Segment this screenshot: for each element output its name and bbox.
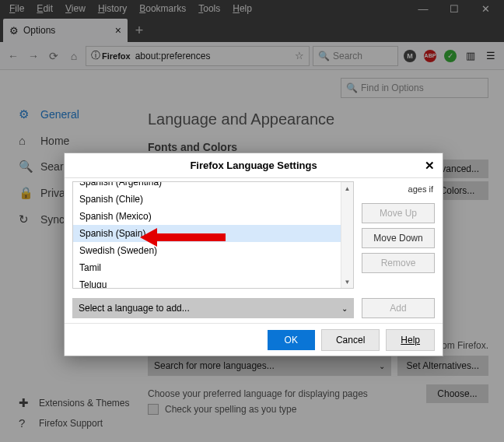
add-language-dropdown[interactable]: Select a language to add...⌄ <box>72 298 354 318</box>
language-settings-dialog: Firefox Language Settings ✕ Spanish (Arg… <box>64 153 443 356</box>
dialog-side-buttons: ages if Move Up Move Down Remove <box>362 181 435 289</box>
add-button[interactable]: Add <box>362 298 435 318</box>
scroll-up-icon[interactable]: ▲ <box>341 182 353 195</box>
dialog-title: Firefox Language Settings <box>190 160 317 171</box>
dialog-footer: OK Cancel Help <box>65 323 443 356</box>
remove-button[interactable]: Remove <box>362 253 435 273</box>
scrollbar[interactable]: ▲ ▼ <box>341 182 353 288</box>
scroll-down-icon[interactable]: ▼ <box>341 275 353 288</box>
move-down-button[interactable]: Move Down <box>362 228 435 248</box>
list-item-selected[interactable]: Spanish (Spain) <box>73 225 353 242</box>
list-item[interactable]: Tamil <box>73 259 353 276</box>
list-item[interactable]: Spanish (Chile) <box>73 191 353 208</box>
help-button[interactable]: Help <box>386 329 435 351</box>
cancel-button[interactable]: Cancel <box>321 329 380 351</box>
dialog-title-bar: Firefox Language Settings ✕ <box>65 153 443 178</box>
ok-button[interactable]: OK <box>268 330 315 350</box>
list-item[interactable]: Telugu <box>73 276 353 289</box>
list-item[interactable]: Spanish (Argentina) <box>73 181 353 191</box>
text-fragment: ages if <box>362 184 435 194</box>
move-up-button[interactable]: Move Up <box>362 203 435 223</box>
dialog-close-icon[interactable]: ✕ <box>425 159 435 173</box>
language-listbox[interactable]: Spanish (Argentina) Spanish (Chile) Span… <box>72 181 354 289</box>
chevron-down-icon: ⌄ <box>341 304 348 313</box>
list-item[interactable]: Spanish (Mexico) <box>73 208 353 225</box>
list-item[interactable]: Swedish (Sweden) <box>73 242 353 259</box>
